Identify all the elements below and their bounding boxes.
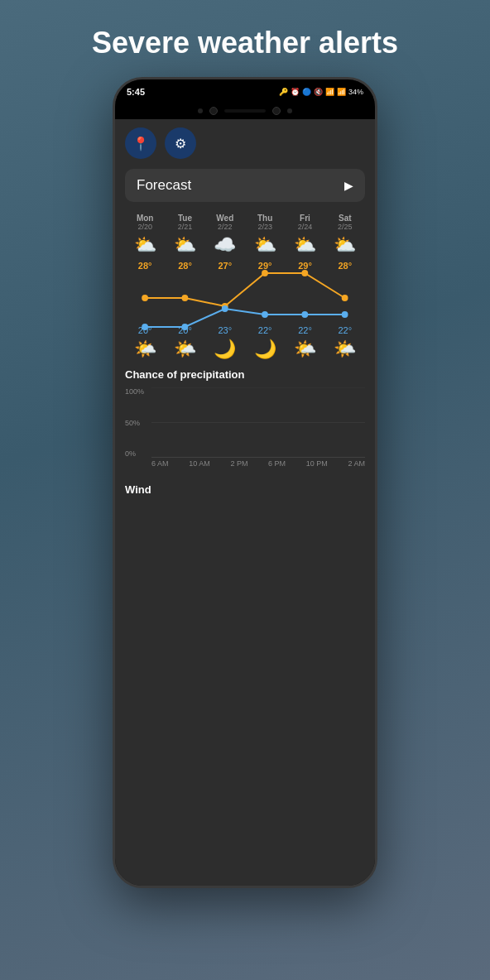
status-bar: 5:45 🔑 ⏰ 🔵 🔇 📶 📶 34% [115,79,375,104]
settings-icon: ⚙ [175,136,186,151]
weather-icon-mon: ⛅ [134,234,156,256]
precip-x-2am: 2 AM [348,459,365,468]
low-temp-thu: 22° [245,325,285,335]
camera-right [272,107,281,115]
day-name-tue: Tue [178,214,192,223]
high-temp-chart: 28° 28° 27° 29° 29° 28° [125,261,365,335]
chart-dot-mon-high [142,295,148,301]
weather-icon-tue: ⛅ [174,234,196,256]
camera-strip [115,104,375,119]
precipitation-title: Chance of precipitation [125,368,365,381]
chart-dot-wed-low [222,305,228,312]
precip-x-2pm: 2 PM [230,459,247,468]
day-name-wed: Wed [216,214,233,223]
precip-y-100: 100% [125,387,144,396]
chart-dot-thu-low [262,311,268,318]
day-name-sat: Sat [339,214,352,223]
status-icons: 🔑 ⏰ 🔵 🔇 📶 📶 34% [279,88,363,96]
chart-dot-fri-high [301,270,308,276]
wifi-icon: 📶 [325,88,334,96]
night-icon-thu: 🌙 [245,339,285,360]
silent-button [113,146,115,171]
night-icon-fri: 🌤️ [285,339,324,360]
day-sat: Sat 2/25 ⛅ [325,214,365,257]
precipitation-chart: 100% 50% 0% 6 AM 10 AM 2 PM 6 PM 10 PM [125,387,365,478]
phone-device: 5:45 🔑 ⏰ 🔵 🔇 📶 📶 34% 📍 ⚙ [113,77,377,888]
night-icon-wed: 🌙 [205,339,245,360]
day-date-thu: 2/23 [257,223,272,231]
day-date-fri: 2/24 [298,223,313,231]
precip-svg [151,387,365,458]
speaker [224,109,266,113]
day-name-mon: Mon [137,214,154,223]
volume-down-button [113,224,115,262]
night-icon-mon: 🌤️ [125,339,165,360]
precip-x-6pm: 6 PM [268,459,286,468]
location-icon: 📍 [132,136,149,151]
forecast-arrow-icon: ▶ [344,179,353,192]
sensor-right [287,108,292,113]
chart-dot-sat-low [342,311,348,318]
low-temp-sat: 22° [325,325,365,335]
chart-dot-tue-high [181,295,188,301]
page-title: Severe weather alerts [92,25,398,60]
low-temp-mon: 20° [125,325,165,335]
precip-x-labels: 6 AM 10 AM 2 PM 6 PM 10 PM 2 AM [151,459,365,468]
battery-indicator: 34% [348,88,363,96]
weather-icon-fri: ⛅ [294,234,316,256]
day-tue: Tue 2/21 ⛅ [165,214,204,257]
low-temp-fri: 22° [285,325,324,335]
chart-dot-thu-high [262,270,268,276]
forecast-label: Forecast [137,177,191,194]
day-date-mon: 2/20 [137,223,152,231]
day-name-thu: Thu [257,214,272,223]
day-mon: Mon 2/20 ⛅ [125,214,165,257]
top-buttons-row: 📍 ⚙ [125,127,365,159]
day-date-sat: 2/25 [338,223,353,231]
temp-chart-svg [125,261,365,335]
power-button [375,179,377,220]
forecast-header[interactable]: Forecast ▶ [125,169,365,202]
days-grid: Mon 2/20 ⛅ Tue 2/21 ⛅ Wed 2/22 ☁️ Thu 2/… [125,214,365,257]
mute-icon: 🔇 [314,88,323,96]
weather-icon-sat: ⛅ [334,234,356,256]
day-date-tue: 2/21 [178,223,193,231]
day-name-fri: Fri [300,214,310,223]
chart-dot-fri-low [301,311,308,318]
precip-y-0: 0% [125,449,144,458]
weather-icon-wed: ☁️ [214,234,236,256]
precip-x-6am: 6 AM [151,459,169,468]
camera-main [209,107,218,115]
alarm-icon: ⏰ [291,88,300,96]
phone-screen: 📍 ⚙ Forecast ▶ Mon 2/20 ⛅ Tue 2/21 ⛅ [115,119,375,886]
status-time: 5:45 [127,87,145,97]
night-icon-sat: 🌤️ [325,339,365,360]
key-icon: 🔑 [279,88,288,96]
camera-left [198,108,203,113]
precip-x-10pm: 10 PM [306,459,328,468]
wind-title: Wind [125,483,365,496]
volume-up-button [113,179,115,216]
weather-icon-thu: ⛅ [254,234,276,256]
precip-y-50: 50% [125,419,144,427]
day-thu: Thu 2/23 ⛅ [245,214,285,257]
night-icons-row: 🌤️ 🌤️ 🌙 🌙 🌤️ 🌤️ [125,339,365,360]
low-temp-tue: 20° [165,325,204,335]
day-date-wed: 2/22 [218,223,233,231]
bluetooth-icon: 🔵 [302,88,311,96]
low-temp-wed: 23° [205,325,245,335]
day-fri: Fri 2/24 ⛅ [285,214,324,257]
chart-dot-sat-high [342,295,348,301]
signal-icon: 📶 [337,88,346,96]
precip-x-10am: 10 AM [189,459,210,468]
location-button[interactable]: 📍 [125,127,156,159]
night-icon-tue: 🌤️ [165,339,204,360]
settings-button[interactable]: ⚙ [165,127,196,159]
day-wed: Wed 2/22 ☁️ [205,214,245,257]
